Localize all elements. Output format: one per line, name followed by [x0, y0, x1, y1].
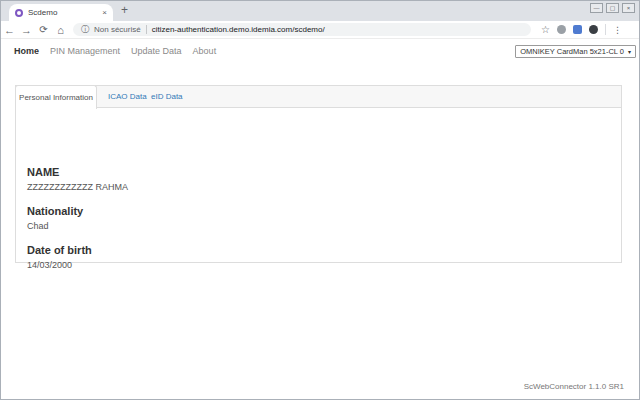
card-tabstrip: Personal Information ICAO Data eID Data: [16, 86, 621, 108]
browser-tab[interactable]: Scdemo ×: [9, 4, 113, 21]
card-reader-selected-value: OMNIKEY CardMan 5x21-CL 0: [520, 47, 624, 56]
version-label: ScWebConnector 1.1.0 SR1: [524, 382, 624, 391]
tab-icao-data[interactable]: ICAO Data: [108, 86, 147, 108]
window-titlebar: Scdemo × + — ▢ ×: [1, 1, 639, 21]
extension-icon[interactable]: [589, 25, 598, 34]
card-reader-select[interactable]: OMNIKEY CardMan 5x21-CL 0 ▾: [515, 45, 636, 58]
field-date-of-birth: Date of birth 14/03/2000: [27, 244, 621, 270]
toolbar-right: ☆ ⋮: [541, 24, 622, 35]
field-value: Chad: [27, 221, 621, 231]
url-divider: [146, 25, 147, 34]
forward-icon[interactable]: →: [18, 24, 35, 36]
close-button[interactable]: ×: [622, 3, 635, 13]
restore-button[interactable]: ▢: [606, 3, 619, 13]
browser-window: { "window": { "tab_title": "Scdemo", "ic…: [0, 0, 640, 400]
extension-icon[interactable]: [557, 25, 566, 34]
browser-menu-icon[interactable]: ⋮: [613, 25, 622, 35]
tab-title: Scdemo: [28, 8, 97, 17]
home-icon[interactable]: ⌂: [52, 24, 69, 36]
tab-close-icon[interactable]: ×: [102, 8, 107, 17]
new-tab-button[interactable]: +: [121, 3, 128, 17]
url-text: citizen-authentication.demo.idemia.com/s…: [152, 25, 325, 34]
field-value: ZZZZZZZZZZZZ RAHMA: [27, 182, 621, 192]
personal-data-card: Personal Information ICAO Data eID Data …: [15, 85, 622, 263]
nav-item-home[interactable]: Home: [14, 46, 39, 56]
toolbar-separator: [605, 24, 606, 35]
window-controls: — ▢ ×: [590, 3, 635, 13]
page-info-icon[interactable]: ⓘ: [81, 24, 89, 35]
reload-icon[interactable]: ⟳: [35, 24, 52, 35]
address-bar[interactable]: ⓘ Non sécurisé citizen-authentication.de…: [73, 23, 531, 36]
card-body: NAME ZZZZZZZZZZZZ RAHMA Nationality Chad…: [16, 108, 621, 270]
field-label: NAME: [27, 166, 621, 178]
tab-eid-data[interactable]: eID Data: [151, 86, 183, 108]
field-label: Date of birth: [27, 244, 621, 256]
field-nationality: Nationality Chad: [27, 205, 621, 231]
nav-item-about[interactable]: About: [193, 46, 217, 56]
bookmark-star-icon[interactable]: ☆: [541, 24, 550, 35]
nav-item-update-data[interactable]: Update Data: [131, 46, 182, 56]
field-label: Nationality: [27, 205, 621, 217]
nav-item-pin-management[interactable]: PIN Management: [50, 46, 120, 56]
minimize-button[interactable]: —: [590, 3, 603, 13]
extension-icon[interactable]: [573, 25, 582, 34]
chevron-down-icon: ▾: [628, 48, 631, 55]
field-value: 14/03/2000: [27, 260, 621, 270]
browser-toolbar: ← → ⟳ ⌂ ⓘ Non sécurisé citizen-authentic…: [1, 21, 639, 39]
tab-personal-information[interactable]: Personal Information: [15, 85, 97, 109]
site-favicon-icon: [15, 9, 23, 17]
back-icon[interactable]: ←: [1, 24, 18, 36]
field-name: NAME ZZZZZZZZZZZZ RAHMA: [27, 166, 621, 192]
security-label: Non sécurisé: [94, 25, 141, 34]
